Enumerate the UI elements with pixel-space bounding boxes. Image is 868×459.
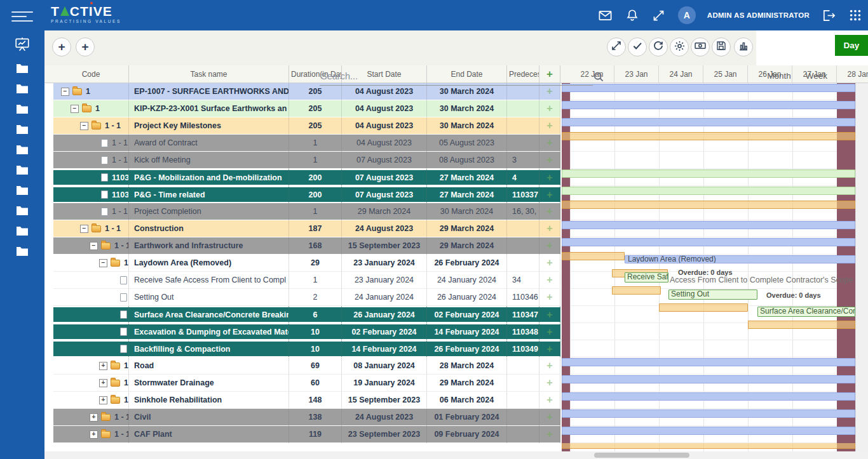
view-month-button[interactable]: Month bbox=[763, 65, 796, 86]
gantt-bar-baseline[interactable] bbox=[748, 321, 855, 329]
row-add-button[interactable]: + bbox=[539, 203, 560, 220]
horizontal-scrollbar[interactable] bbox=[44, 451, 868, 459]
row-add-button[interactable]: + bbox=[539, 186, 560, 203]
gantt-bar-plan-green[interactable] bbox=[562, 187, 855, 195]
gantt-bar-plan[interactable]: Laydown Area (Removed) bbox=[625, 255, 855, 263]
sidebar-item-presentation[interactable] bbox=[0, 33, 44, 58]
add-task-button[interactable]: + bbox=[52, 37, 71, 57]
row-add-button[interactable]: + bbox=[539, 117, 560, 135]
expand-toggle[interactable]: + bbox=[99, 396, 107, 404]
check-button[interactable] bbox=[628, 37, 647, 57]
sidebar-item-folder-2[interactable] bbox=[0, 80, 44, 100]
search-icon[interactable] bbox=[592, 70, 605, 86]
sidebar-item-folder-5[interactable] bbox=[0, 141, 44, 161]
row-add-button[interactable]: + bbox=[539, 409, 560, 426]
row-add-button[interactable]: + bbox=[539, 426, 560, 443]
row-add-button[interactable]: + bbox=[539, 323, 560, 340]
view-week-button[interactable]: Week bbox=[802, 65, 831, 86]
gantt-bar-baseline[interactable] bbox=[612, 286, 661, 295]
row-add-button[interactable]: + bbox=[539, 255, 560, 272]
gantt-bar-baseline[interactable] bbox=[562, 252, 625, 260]
sidebar-item-folder-8[interactable] bbox=[0, 202, 44, 222]
gantt-bar-plan-green[interactable] bbox=[562, 170, 855, 178]
table-row[interactable]: +1Sinkhole Rehabilitation14815 September… bbox=[0, 392, 868, 409]
add-subtask-button[interactable]: + bbox=[76, 37, 95, 57]
gantt-bar-baseline[interactable] bbox=[659, 303, 748, 312]
row-add-button[interactable]: + bbox=[539, 100, 560, 117]
logout-icon[interactable] bbox=[821, 8, 836, 23]
gantt-bar-plan[interactable] bbox=[562, 238, 855, 246]
gantt-bar-plan[interactable] bbox=[562, 221, 855, 229]
expand-toggle[interactable]: + bbox=[99, 379, 107, 387]
table-row[interactable]: −110Laydown Area (Removed)2923 January 2… bbox=[0, 255, 868, 272]
row-add-button[interactable]: + bbox=[539, 306, 560, 323]
table-row[interactable]: +1 - 1Civil13824 August 202301 February … bbox=[0, 409, 868, 426]
gantt-bar-actual[interactable]: Receive Safe bbox=[625, 272, 668, 283]
table-row[interactable]: Backfilling & Compaction1014 February 20… bbox=[0, 340, 868, 357]
hamburger-menu-icon[interactable] bbox=[11, 8, 33, 22]
table-row[interactable]: 1 - 1Award of Contract104 August 202305 … bbox=[0, 135, 868, 152]
sidebar-item-folder-6[interactable] bbox=[0, 161, 44, 182]
gantt-bar-plan[interactable] bbox=[562, 427, 855, 435]
gantt-bar-baseline[interactable] bbox=[562, 201, 855, 209]
sidebar-item-folder-3[interactable] bbox=[0, 100, 44, 121]
row-add-button[interactable]: + bbox=[539, 83, 560, 100]
table-row[interactable]: −1 - 1Earthwork and Infrastructure16815 … bbox=[0, 237, 868, 255]
row-add-button[interactable]: + bbox=[539, 272, 560, 289]
mail-icon[interactable] bbox=[598, 8, 613, 23]
expand-toggle[interactable]: + bbox=[90, 413, 98, 422]
cash-button[interactable] bbox=[691, 37, 710, 57]
sidebar-item-folder-4[interactable] bbox=[0, 121, 44, 141]
collapse-toggle[interactable]: − bbox=[61, 88, 69, 96]
settings-button[interactable] bbox=[670, 37, 689, 57]
gantt-bar-plan[interactable] bbox=[562, 358, 855, 366]
gantt-bar-plan[interactable] bbox=[562, 392, 855, 401]
gantt-bar-baseline[interactable] bbox=[562, 132, 855, 140]
row-add-button[interactable]: + bbox=[539, 340, 560, 357]
sidebar-item-folder-10[interactable] bbox=[0, 243, 44, 263]
gantt-bar-plan[interactable] bbox=[562, 375, 855, 383]
table-row[interactable]: −1KIP-KZP-23-X001 Surface Earthworks an2… bbox=[0, 100, 868, 117]
table-row[interactable]: −1 - 1Construction18724 August 202329 Ma… bbox=[0, 220, 868, 237]
table-row[interactable]: 1 - 1Project Completion129 March 202430 … bbox=[0, 203, 868, 220]
avatar[interactable]: A bbox=[678, 6, 696, 24]
gantt-bar-actual[interactable]: Setting Out bbox=[668, 289, 757, 300]
gantt-bar-baseline[interactable] bbox=[562, 443, 855, 449]
sidebar-item-folder-1[interactable] bbox=[0, 60, 44, 80]
gantt-bar-plan[interactable] bbox=[562, 118, 855, 126]
gantt-bar-plan[interactable] bbox=[562, 101, 855, 109]
table-row[interactable]: 1 - 1Kick off Meeting107 August 202308 A… bbox=[0, 152, 868, 169]
table-row[interactable]: Receive Safe Access From Client to Compl… bbox=[0, 272, 868, 289]
scrollbar-thumb[interactable] bbox=[594, 453, 689, 458]
view-day-button[interactable]: Day bbox=[835, 35, 868, 56]
collapse-toggle[interactable]: − bbox=[71, 105, 79, 113]
collapse-toggle[interactable]: − bbox=[99, 259, 107, 267]
collapse-toggle[interactable]: − bbox=[90, 242, 98, 250]
gantt-bar-actual[interactable]: Surface Area Clearance/Conc bbox=[757, 307, 855, 317]
refresh-button[interactable] bbox=[649, 37, 668, 57]
row-add-button[interactable]: + bbox=[539, 135, 560, 152]
table-row[interactable]: Excavation & Dumping of Excavated Mater1… bbox=[0, 323, 868, 340]
row-add-button[interactable]: + bbox=[539, 357, 560, 375]
table-row[interactable]: Surface Area Clearance/Concrete Breakin6… bbox=[0, 306, 868, 323]
collapse-toggle[interactable]: − bbox=[80, 225, 88, 233]
row-add-button[interactable]: + bbox=[539, 289, 560, 306]
row-add-button[interactable]: + bbox=[539, 237, 560, 255]
row-add-button[interactable]: + bbox=[539, 220, 560, 237]
vertical-scrollbar[interactable] bbox=[855, 83, 868, 451]
expand-toggle[interactable]: + bbox=[90, 430, 98, 439]
table-row[interactable]: +1Road6908 January 202428 March 2024+ bbox=[0, 357, 868, 375]
table-row[interactable]: 1103P&G - Mobilization and De-mobilizati… bbox=[0, 169, 868, 186]
table-row[interactable]: +1 - 1CAF Plant11923 September 202309 Fe… bbox=[0, 426, 868, 443]
collapse-toggle[interactable]: − bbox=[80, 122, 88, 130]
search-input[interactable] bbox=[320, 67, 593, 86]
table-row[interactable]: +1Stormwater Drainage6019 January 202429… bbox=[0, 375, 868, 392]
expand-icon[interactable] bbox=[651, 8, 667, 23]
bell-icon[interactable] bbox=[625, 8, 640, 23]
fullscreen-button[interactable] bbox=[607, 37, 626, 57]
row-add-button[interactable]: + bbox=[539, 392, 560, 409]
chart-button[interactable] bbox=[734, 37, 753, 57]
table-row[interactable]: −1EP-1007 - SURFACE EARTHWORKS AND C2050… bbox=[0, 83, 868, 100]
expand-toggle[interactable]: + bbox=[99, 362, 107, 370]
sidebar-item-folder-9[interactable] bbox=[0, 222, 44, 243]
